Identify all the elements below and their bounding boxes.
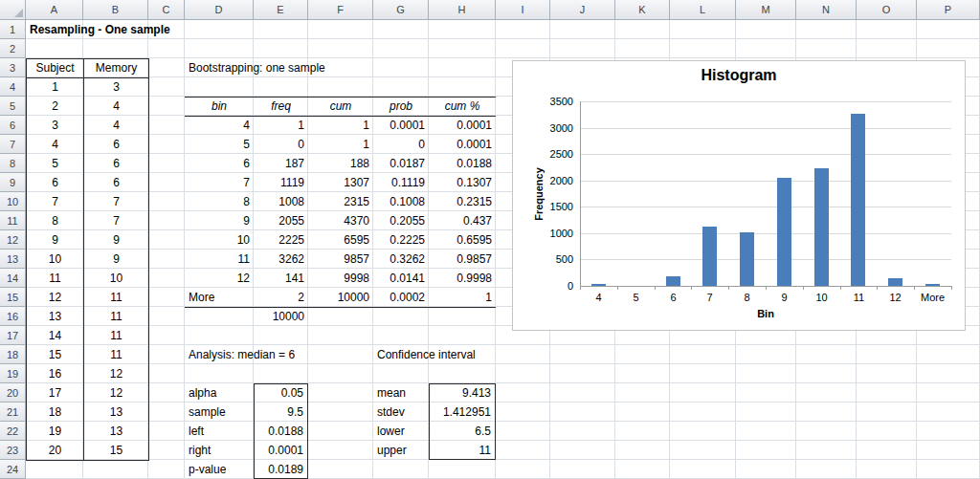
confidence-label-cell[interactable]: mean (373, 383, 429, 403)
freq-total-cell[interactable]: 10000 (254, 308, 308, 327)
column-header-k[interactable]: K (615, 0, 670, 20)
memory-cell[interactable]: 12 (84, 365, 149, 384)
column-header-n[interactable]: N (796, 0, 857, 20)
analysis-label-cell[interactable]: right (185, 441, 254, 460)
row-header-7[interactable]: 7 (0, 135, 26, 154)
row-header-23[interactable]: 23 (0, 441, 26, 460)
column-header-l[interactable]: L (670, 0, 736, 20)
confidence-value-cell[interactable]: 9.413 (429, 383, 496, 403)
memory-cell[interactable]: 11 (84, 327, 149, 346)
row-header-9[interactable]: 9 (0, 173, 26, 192)
memory-cell[interactable]: 12 (84, 384, 149, 403)
prob-cell[interactable]: 0.3262 (373, 250, 429, 270)
memory-column-header[interactable]: Memory (84, 59, 149, 78)
analysis-value-cell[interactable]: 0.05 (254, 383, 308, 403)
subject-cell[interactable]: 14 (27, 327, 84, 346)
subject-cell[interactable]: 1 (27, 78, 84, 98)
bin-cell[interactable]: 10 (185, 231, 254, 250)
select-all-corner[interactable] (0, 0, 26, 20)
subject-cell[interactable]: 18 (27, 403, 84, 423)
memory-cell[interactable]: 13 (84, 423, 149, 442)
cell-a1-title[interactable]: Resampling - One sample (30, 20, 170, 39)
bin-cell[interactable]: 7 (185, 174, 254, 193)
freq-header[interactable]: freq (254, 98, 308, 117)
row-header-5[interactable]: 5 (0, 97, 26, 116)
row-header-20[interactable]: 20 (0, 383, 26, 403)
subject-cell[interactable]: 3 (27, 117, 84, 136)
subject-cell[interactable]: 20 (27, 442, 84, 461)
memory-cell[interactable]: 4 (84, 98, 149, 117)
row-header-6[interactable]: 6 (0, 116, 26, 135)
chart-area[interactable]: Histogram Frequency Bin 0500100015002000… (512, 60, 966, 331)
cum-cell[interactable]: 10000 (308, 289, 373, 308)
subject-cell[interactable]: 7 (27, 193, 84, 212)
bin-cell[interactable]: 11 (185, 250, 254, 270)
row-header-1[interactable]: 1 (0, 20, 26, 39)
cumpct-cell[interactable]: 0.0001 (429, 136, 496, 155)
column-header-j[interactable]: J (550, 0, 615, 20)
prob-cell[interactable]: 0.0187 (373, 155, 429, 174)
row-header-24[interactable]: 24 (0, 460, 26, 479)
memory-cell[interactable]: 3 (84, 78, 149, 98)
analysis-value-cell[interactable]: 9.5 (254, 403, 308, 422)
cumpct-cell[interactable]: 0.0188 (429, 155, 496, 174)
subject-cell[interactable]: 11 (27, 270, 84, 289)
row-header-16[interactable]: 16 (0, 307, 26, 326)
memory-cell[interactable]: 9 (84, 250, 149, 270)
memory-cell[interactable]: 6 (84, 155, 149, 174)
bin-cell[interactable]: 12 (185, 270, 254, 289)
memory-cell[interactable]: 7 (84, 212, 149, 231)
column-header-i[interactable]: I (496, 0, 550, 20)
empty-cell[interactable] (429, 308, 496, 327)
analysis-label-cell[interactable]: p-value (185, 460, 254, 479)
row-header-11[interactable]: 11 (0, 211, 26, 230)
row-header-10[interactable]: 10 (0, 192, 26, 211)
freq-cell[interactable]: 3262 (254, 250, 308, 270)
cum-cell[interactable]: 9998 (308, 270, 373, 289)
bin-cell[interactable]: 8 (185, 193, 254, 212)
column-header-m[interactable]: M (736, 0, 796, 20)
analysis-label-cell[interactable]: sample (185, 403, 254, 422)
confidence-label-cell[interactable]: upper (373, 441, 429, 460)
row-header-17[interactable]: 17 (0, 326, 26, 345)
subject-cell[interactable]: 4 (27, 136, 84, 155)
memory-cell[interactable]: 4 (84, 117, 149, 136)
subject-cell[interactable]: 10 (27, 250, 84, 270)
column-header-g[interactable]: G (373, 0, 429, 20)
memory-cell[interactable]: 11 (84, 346, 149, 365)
subject-cell[interactable]: 8 (27, 212, 84, 231)
memory-cell[interactable]: 15 (84, 442, 149, 461)
row-header-18[interactable]: 18 (0, 345, 26, 364)
column-header-h[interactable]: H (429, 0, 496, 20)
row-header-8[interactable]: 8 (0, 154, 26, 173)
freq-cell[interactable]: 1008 (254, 193, 308, 212)
cum-cell[interactable]: 9857 (308, 250, 373, 270)
memory-cell[interactable]: 11 (84, 308, 149, 327)
subject-cell[interactable]: 5 (27, 155, 84, 174)
subject-cell[interactable]: 17 (27, 384, 84, 403)
cum-cell[interactable]: 2315 (308, 193, 373, 212)
bin-cell[interactable]: 6 (185, 155, 254, 174)
row-header-22[interactable]: 22 (0, 422, 26, 441)
row-header-12[interactable]: 12 (0, 230, 26, 250)
column-header-f[interactable]: F (308, 0, 373, 20)
subject-cell[interactable]: 9 (27, 231, 84, 250)
subject-cell[interactable]: 15 (27, 346, 84, 365)
column-header-d[interactable]: D (185, 0, 254, 20)
subject-column-header[interactable]: Subject (27, 59, 84, 78)
cumpct-header[interactable]: cum % (429, 98, 496, 117)
subject-cell[interactable]: 13 (27, 308, 84, 327)
prob-cell[interactable]: 0.1119 (373, 174, 429, 193)
prob-header[interactable]: prob (373, 98, 429, 117)
subject-cell[interactable]: 16 (27, 365, 84, 384)
bin-header[interactable]: bin (185, 98, 254, 117)
row-header-15[interactable]: 15 (0, 288, 26, 307)
subject-cell[interactable]: 6 (27, 174, 84, 193)
prob-cell[interactable]: 0.0001 (373, 117, 429, 136)
freq-cell[interactable]: 2225 (254, 231, 308, 250)
row-header-2[interactable]: 2 (0, 39, 26, 58)
freq-cell[interactable]: 1119 (254, 174, 308, 193)
cum-cell[interactable]: 1 (308, 117, 373, 136)
prob-cell[interactable]: 0.1008 (373, 193, 429, 212)
confidence-label-cell[interactable]: lower (373, 422, 429, 441)
